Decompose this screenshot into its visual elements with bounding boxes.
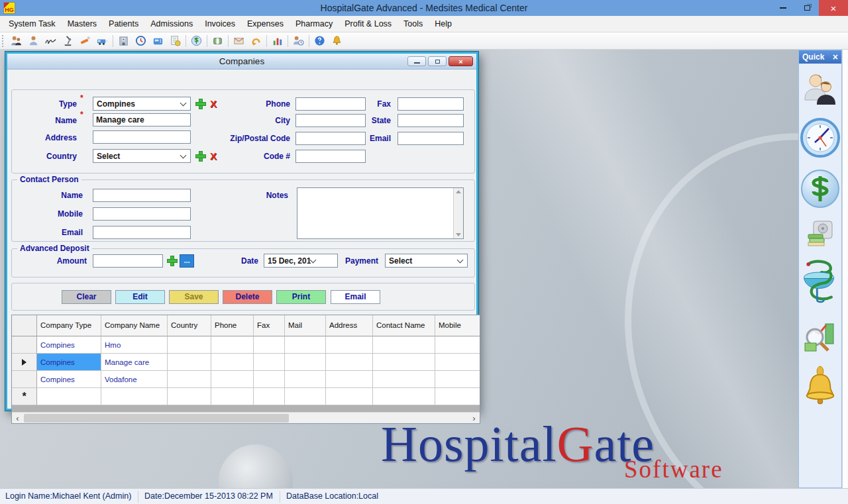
quick-cash-drawer-icon[interactable] [806,219,835,248]
quick-pharmacy-icon[interactable] [800,258,840,309]
quick-appointments-clock-icon[interactable] [800,117,841,158]
menu-invoices[interactable]: Invoices [199,16,241,32]
restore-button[interactable] [795,0,819,16]
grid-header-phone[interactable]: Phone [211,315,254,336]
grid-header-address[interactable]: Address [326,315,373,336]
type-select[interactable]: Compines [93,97,191,111]
quick-patients-icon[interactable] [802,72,838,107]
new-row-selector[interactable]: * [12,388,37,405]
quick-search-reports-icon[interactable] [802,319,839,356]
grid-header-company-type[interactable]: Company Type [37,315,101,336]
scroll-up-icon[interactable] [456,190,461,193]
grid-header-contact-name[interactable]: Contact Name [373,315,435,336]
grid-header-mail[interactable]: Mail [285,315,326,336]
table-new-row[interactable]: * [12,388,480,405]
grid-horizontal-scrollbar[interactable]: ‹ › [12,412,480,423]
patients-group-icon[interactable] [9,34,23,48]
notes-scrollbar[interactable] [453,188,463,238]
row-selector[interactable] [12,336,37,354]
menu-admissions[interactable]: Admissions [144,16,199,32]
country-select[interactable]: Select [93,149,191,163]
scroll-left-icon[interactable]: ‹ [12,413,23,424]
menu-help[interactable]: Help [429,16,458,32]
notes-textarea[interactable] [297,187,464,239]
quick-panel-header[interactable]: Quick × [799,50,841,64]
amount-input[interactable] [93,254,163,268]
schedule-icon[interactable] [292,34,305,48]
patient-icon[interactable] [26,34,40,48]
fax-label: Fax [339,97,391,111]
dialog-title-bar[interactable]: Companies × [7,54,476,70]
table-row[interactable]: Compines Hmo [12,336,480,354]
name-input[interactable] [93,113,191,126]
address-input[interactable] [93,130,191,144]
scroll-down-icon[interactable] [456,233,461,236]
status-separator [280,491,280,503]
microscope-icon[interactable] [61,34,75,48]
grid-header-company-name[interactable]: Company Name [101,315,168,336]
mail-icon[interactable] [232,34,246,48]
hospital-icon[interactable] [117,34,131,48]
edit-button[interactable]: Edit [115,290,165,304]
signature-icon[interactable] [44,34,58,48]
menu-masters[interactable]: Masters [62,16,103,32]
clock-icon[interactable] [134,34,148,48]
code-input[interactable] [295,150,366,163]
grid-header-fax[interactable]: Fax [254,315,285,336]
print-button[interactable]: Print [276,290,326,304]
report-icon[interactable] [270,34,284,48]
quick-panel-close-icon[interactable]: × [833,52,838,62]
undo-icon[interactable] [249,34,263,48]
payment-select[interactable]: Select [385,254,468,268]
pen-icon[interactable] [78,34,92,48]
contact-email-input[interactable] [93,226,191,239]
contact-mobile-input[interactable] [93,207,191,221]
add-country-icon[interactable] [195,151,206,162]
add-type-icon[interactable] [195,99,206,109]
help-icon[interactable] [313,34,327,48]
quick-reminders-bell-icon[interactable] [802,366,838,407]
grid-header-country[interactable]: Country [168,315,211,336]
row-selector[interactable] [12,371,37,388]
table-row-selected[interactable]: Compines Manage care [12,354,480,371]
menu-profit-loss[interactable]: Profit & Loss [339,16,398,32]
browse-button[interactable]: ... [180,254,194,268]
menu-tools[interactable]: Tools [398,16,429,32]
menu-expenses[interactable]: Expenses [241,16,290,32]
medicine-box-icon[interactable] [211,34,225,48]
delete-type-icon[interactable]: X [208,99,219,109]
scrollbar-thumb[interactable] [24,414,289,423]
save-button[interactable]: Save [169,290,219,304]
fax-icon[interactable] [151,34,165,48]
bell-icon[interactable] [330,34,344,48]
grid-header-mobile[interactable]: Mobile [435,315,480,336]
company-email-label: Email [339,132,391,145]
ambulance-icon[interactable] [95,34,109,48]
menu-patients[interactable]: Patients [103,16,144,32]
scroll-right-icon[interactable]: › [468,413,480,424]
contact-name-input[interactable] [93,189,191,202]
add-deposit-icon[interactable] [167,256,178,266]
dialog-maximize-button[interactable] [428,56,447,66]
quick-billing-dollar-icon[interactable] [800,168,841,209]
menu-pharmacy[interactable]: Pharmacy [290,16,339,32]
fax-input[interactable] [398,97,464,111]
invoice-icon[interactable] [168,34,182,48]
close-button[interactable]: × [819,0,848,16]
title-bar[interactable]: HG HospitalGate Advanced - Medsites Medi… [0,0,848,16]
minimize-button[interactable] [771,0,795,16]
dialog-minimize-button[interactable] [407,56,426,66]
date-select[interactable]: 15 Dec, 2013 [264,254,338,268]
dialog-close-button[interactable]: × [449,56,473,66]
dollar-icon[interactable] [189,34,203,48]
company-email-input[interactable] [398,132,464,145]
table-row[interactable]: Compines Vodafone [12,371,480,388]
delete-button[interactable]: Delete [223,290,272,304]
menu-system-task[interactable]: System Task [3,16,62,32]
email-button[interactable]: Email [331,290,380,304]
delete-country-icon[interactable]: X [208,151,219,162]
toolbar-separator [309,35,309,47]
clear-button[interactable]: Clear [62,290,111,304]
state-input[interactable] [398,114,464,127]
row-selector[interactable] [12,354,37,371]
